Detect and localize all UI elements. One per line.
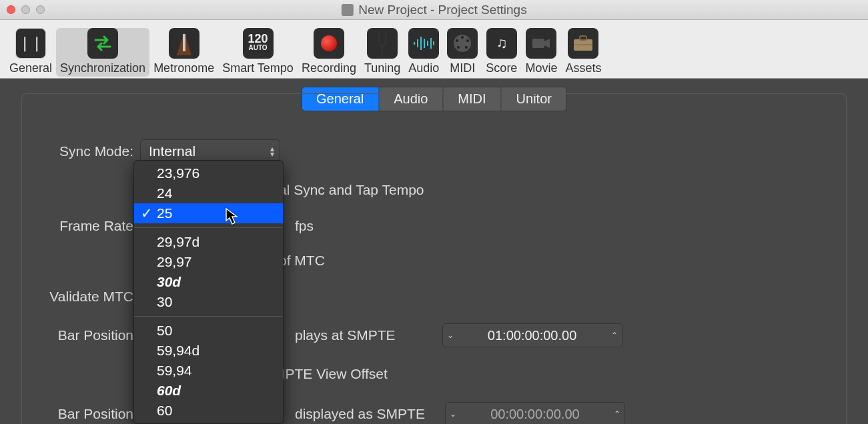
menu-item[interactable]: 29,97d: [134, 232, 283, 252]
mouse-cursor-icon: [226, 208, 239, 229]
sync-form: Sync Mode: Internal ▴▾ al Sync and Tap T…: [0, 123, 868, 424]
bar-position-label-2: Bar Position: [0, 406, 140, 422]
app-icon: [341, 4, 353, 16]
svg-marker-20: [226, 209, 237, 224]
window-title-text: New Project - Project Settings: [358, 3, 526, 17]
toolbar-label: MIDI: [450, 61, 475, 75]
minimize-window-button[interactable]: [21, 5, 30, 14]
toolbar-score[interactable]: ♫ Score: [482, 28, 521, 77]
toolbar-metronome[interactable]: Metronome: [149, 28, 218, 77]
menu-item[interactable]: 59,94d: [134, 341, 283, 361]
toolbar-assets[interactable]: Assets: [561, 28, 605, 77]
validate-mtc-label: Validate MTC: [0, 289, 140, 305]
svg-point-14: [465, 46, 468, 49]
midi-plug-icon: [447, 28, 478, 59]
traffic-lights: [7, 5, 45, 14]
toolbar-smart-tempo[interactable]: 120 AUTO Smart Tempo: [218, 28, 298, 77]
tempo-sub: AUTO: [248, 43, 267, 52]
tempo-number: 120: [248, 35, 268, 43]
svg-marker-16: [544, 39, 550, 48]
frame-rate-menu[interactable]: 23,976 24 ✓ 25 29,97d 29,97 30d 30 50 59…: [133, 160, 284, 424]
smpte-2-spinner[interactable]: ⌄ 00:00:00:00.00 ⌃: [445, 402, 625, 424]
svg-rect-15: [532, 39, 544, 48]
sync-tap-text: al Sync and Tap Tempo: [279, 182, 424, 198]
chevron-down-icon[interactable]: ⌄: [447, 331, 454, 340]
waveform-icon: [408, 28, 439, 59]
menu-item[interactable]: 50: [134, 321, 283, 341]
briefcase-icon: [568, 28, 598, 59]
smpte-1-spinner[interactable]: ⌄ 01:00:00:00.00 ⌃: [442, 323, 622, 347]
window-title: New Project - Project Settings: [341, 3, 526, 17]
toolbar-movie[interactable]: Movie: [521, 28, 561, 77]
svg-point-11: [456, 39, 458, 42]
tuning-fork-icon: [367, 28, 398, 59]
menu-item[interactable]: 60d: [134, 381, 283, 401]
svg-point-13: [457, 46, 460, 49]
displayed-as-smpte-label: displayed as SMPTE: [295, 406, 425, 422]
toolbar-label: Audio: [408, 61, 439, 75]
switch-icon: ❘❘: [15, 28, 46, 59]
bar-position-label-1: Bar Position: [0, 327, 140, 343]
mtc-text: of MTC: [279, 253, 325, 269]
toolbar-label: Score: [486, 61, 517, 75]
music-note-icon: ♫: [486, 28, 517, 59]
toolbar-label: Metronome: [153, 61, 214, 75]
metronome-icon: [169, 28, 199, 59]
chevron-up-icon[interactable]: ⌃: [614, 409, 620, 419]
plays-at-smpte-label: plays at SMPTE: [295, 327, 396, 343]
svg-point-10: [461, 36, 464, 39]
toolbar-label: General: [9, 61, 52, 75]
svg-rect-18: [580, 36, 586, 40]
menu-item[interactable]: 30d: [134, 272, 283, 292]
menu-item[interactable]: 24: [134, 183, 283, 203]
svg-point-12: [466, 39, 469, 42]
toolbar-label: Synchronization: [60, 61, 145, 75]
chevron-down-icon[interactable]: ⌄: [450, 409, 456, 419]
toolbar-label: Tuning: [364, 61, 400, 75]
chevron-updown-icon: ▴▾: [270, 146, 274, 157]
zoom-window-button[interactable]: [36, 5, 45, 14]
record-icon: [314, 28, 344, 59]
menu-item-selected[interactable]: ✓ 25: [134, 203, 283, 223]
smpte-view-offset-text: MPTE View Offset: [274, 366, 388, 382]
toolbar-label: Movie: [525, 61, 557, 75]
menu-item[interactable]: 59,94: [134, 361, 283, 381]
close-window-button[interactable]: [7, 5, 15, 14]
svg-rect-1: [183, 34, 185, 51]
toolbar-label: Recording: [302, 61, 356, 75]
titlebar: New Project - Project Settings: [0, 0, 868, 20]
sync-arrows-icon: [87, 28, 118, 59]
menu-item[interactable]: 30: [134, 292, 283, 312]
toolbar-recording[interactable]: Recording: [298, 28, 360, 77]
smpte-1-value: 01:00:00:00.00: [454, 328, 611, 343]
menu-item[interactable]: 23,976: [134, 163, 283, 183]
toolbar-synchronization[interactable]: Synchronization: [56, 28, 149, 77]
frame-rate-label: Frame Rate: [0, 218, 140, 234]
toolbar-tuning[interactable]: Tuning: [360, 28, 404, 77]
menu-item[interactable]: 29,97: [134, 252, 283, 272]
sync-mode-value: Internal: [149, 143, 195, 159]
menu-separator: [134, 227, 283, 228]
menu-item-label: 25: [157, 205, 172, 221]
smpte-2-value: 00:00:00:00.00: [456, 407, 614, 422]
toolbar-general[interactable]: ❘❘ General: [5, 28, 56, 77]
chevron-up-icon[interactable]: ⌃: [611, 331, 618, 340]
toolbar: ❘❘ General Synchronization Metronome 120…: [0, 20, 868, 79]
check-icon: ✓: [141, 205, 153, 221]
menu-item[interactable]: 60: [134, 401, 283, 421]
toolbar-label: Smart Tempo: [222, 61, 294, 75]
toolbar-label: Assets: [565, 61, 601, 75]
toolbar-midi[interactable]: MIDI: [443, 28, 482, 77]
sync-mode-label: Sync Mode:: [0, 143, 140, 159]
toolbar-audio[interactable]: Audio: [404, 28, 443, 77]
menu-separator: [134, 316, 283, 317]
camera-icon: [526, 28, 556, 59]
fps-label: fps: [295, 218, 314, 234]
tempo-icon: 120 AUTO: [243, 28, 274, 59]
